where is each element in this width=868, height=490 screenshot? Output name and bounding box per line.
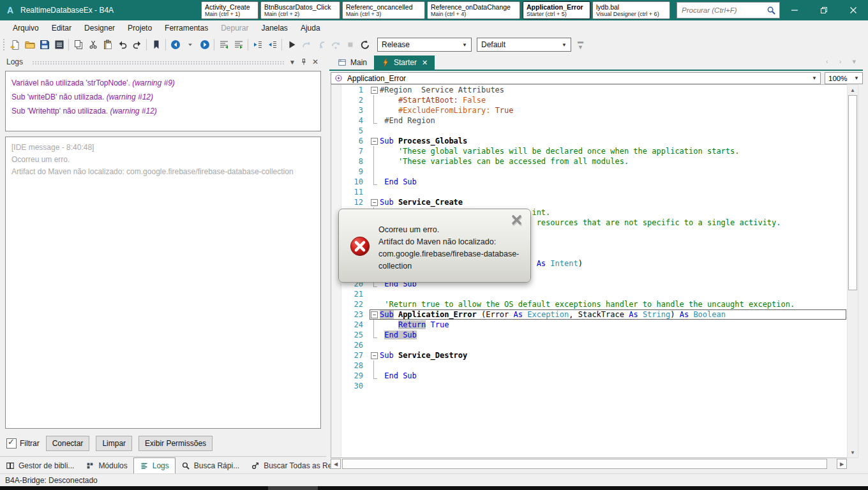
- device-config-dropdown[interactable]: Default ▼: [477, 38, 571, 52]
- bottom-tab-busca-r-pi[interactable]: Busca Rápi...: [176, 458, 245, 474]
- warning-line[interactable]: Variável não utilizada 'strTopNode'. (wa…: [11, 76, 315, 90]
- caret-down-icon[interactable]: [183, 38, 197, 52]
- ide-messages-list[interactable]: [IDE message - 8:40:48]Ocorreu um erro.A…: [5, 137, 321, 429]
- export-icon[interactable]: [52, 38, 66, 52]
- bookmark-icon[interactable]: [149, 38, 163, 52]
- quick-tab-title: Reference_onDataChange: [431, 3, 516, 11]
- ide-message-line[interactable]: Ocorreu um erro.: [11, 154, 315, 166]
- fold-collapse-icon[interactable]: −: [370, 85, 380, 95]
- menu-item-editar[interactable]: Editar: [45, 21, 78, 35]
- scroll-right-icon[interactable]: ▶: [837, 459, 847, 469]
- editor-tab-starter[interactable]: Starter✕: [374, 56, 435, 70]
- outdent-icon[interactable]: [250, 38, 265, 52]
- cut-icon[interactable]: [86, 38, 100, 52]
- tab-close-icon[interactable]: ✕: [422, 59, 428, 66]
- menu-item-ajuda[interactable]: Ajuda: [294, 21, 327, 35]
- quick-tab-reference-ondatachange[interactable]: Reference_onDataChangeMain (ctrl + 4): [427, 1, 520, 19]
- bottom-tab-gestor-de-bibli[interactable]: Gestor de bibli...: [0, 458, 80, 474]
- fold-collapse-icon[interactable]: −: [370, 197, 380, 207]
- service-bolt-icon: [381, 58, 390, 67]
- toolbar-grip[interactable]: [3, 38, 6, 51]
- maximize-button[interactable]: [809, 0, 839, 20]
- bottom-tab-logs[interactable]: Logs: [133, 457, 176, 474]
- conectar-button[interactable]: Conectar: [46, 436, 90, 451]
- search-icon[interactable]: [767, 6, 776, 15]
- fold-collapse-icon[interactable]: −: [370, 136, 380, 146]
- warning-text: Variável não utilizada 'strTopNode'.: [11, 78, 132, 87]
- search-box[interactable]: [677, 2, 780, 19]
- close-button[interactable]: [839, 0, 868, 20]
- warnings-list[interactable]: Variável não utilizada 'strTopNode'. (wa…: [5, 71, 321, 131]
- code-text: #Region Service Attributes: [380, 85, 847, 95]
- code-text: Sub Application_Error (Error As Exceptio…: [380, 309, 847, 320]
- quick-tab-activity-create[interactable]: Activity_CreateMain (ctrl + 1): [201, 1, 258, 19]
- filter-checkbox[interactable]: ✓: [6, 438, 17, 449]
- horizontal-scrollbar[interactable]: ◀ ▶: [331, 458, 847, 470]
- scroll-left-icon[interactable]: ◀: [331, 459, 341, 469]
- tab-scroll-arrows[interactable]: ‹ › ▾: [826, 57, 860, 66]
- fold-collapse-icon[interactable]: −: [370, 350, 380, 360]
- fold-margin: [370, 156, 380, 167]
- minimize-button[interactable]: [780, 0, 809, 20]
- panel-drag-texture[interactable]: [32, 61, 285, 65]
- fold-margin: [370, 115, 380, 126]
- os-taskbar[interactable]: [0, 486, 868, 490]
- uncomment-icon[interactable]: [231, 38, 246, 52]
- build-config-dropdown[interactable]: Release ▼: [377, 38, 472, 52]
- quick-tab-lydb-bal[interactable]: lydb.balVisual Designer (ctrl + 6): [592, 1, 670, 19]
- scroll-up-icon[interactable]: ▲: [848, 85, 858, 95]
- nav-back-icon[interactable]: [168, 38, 183, 52]
- code-line: 28: [331, 360, 847, 371]
- scroll-down-icon[interactable]: ▼: [848, 447, 858, 457]
- vertical-scrollbar[interactable]: ▲ ▼: [847, 84, 858, 458]
- save-icon[interactable]: [37, 38, 52, 52]
- ide-message-line[interactable]: Artifact do Maven não localizado: com.go…: [11, 166, 315, 178]
- menu-item-arquivo[interactable]: Arquivo: [6, 21, 45, 35]
- quick-tab-referenc-oncancelled[interactable]: Referenc_oncancelledMain (ctrl + 3): [342, 1, 425, 19]
- toolbar-overflow-icon[interactable]: ▬▼: [578, 39, 583, 50]
- toolbar-separator: [165, 39, 166, 50]
- ide-message-line[interactable]: [IDE message - 8:40:48]: [11, 142, 315, 154]
- step-into-icon: [313, 38, 328, 52]
- line-number: 9: [331, 167, 370, 177]
- editor-tab-main[interactable]: Main: [331, 56, 374, 70]
- rebuild-icon[interactable]: [357, 38, 372, 52]
- open-folder-icon[interactable]: [22, 38, 37, 52]
- quick-tab-subtitle: Main (ctrl + 1): [205, 11, 255, 18]
- new-file-icon[interactable]: [8, 38, 22, 52]
- warning-line[interactable]: Sub 'writeDB' não utilizada. (warning #1…: [11, 90, 315, 104]
- code-text: [380, 381, 847, 391]
- vertical-scroll-thumb[interactable]: [848, 95, 857, 290]
- indent-icon[interactable]: [265, 38, 280, 52]
- panel-close-icon[interactable]: ✕: [310, 57, 320, 67]
- redo-icon[interactable]: [130, 38, 144, 52]
- menu-item-projeto[interactable]: Projeto: [121, 21, 158, 35]
- horizontal-scroll-thumb[interactable]: [342, 459, 827, 469]
- menu-item-designer[interactable]: Designer: [78, 21, 121, 35]
- logs-panel-header[interactable]: Logs ▼ ✕: [4, 56, 323, 69]
- comment-icon[interactable]: [216, 38, 231, 52]
- quick-tab-subtitle: Starter (ctrl + 5): [527, 11, 587, 18]
- menu-item-ferramentas[interactable]: Ferramentas: [158, 21, 214, 35]
- warning-line[interactable]: Sub 'Writehttp' não utilizada. (warning …: [11, 104, 315, 118]
- exibir-permiss-es-button[interactable]: Exibir Permissões: [138, 436, 213, 451]
- run-icon[interactable]: [284, 38, 299, 52]
- fold-collapse-icon[interactable]: −: [370, 309, 380, 320]
- limpar-button[interactable]: Limpar: [96, 436, 132, 451]
- undo-icon[interactable]: [115, 38, 130, 52]
- quick-tab-btnbuscardatos-click[interactable]: BtnBuscarDatos_ClickMain (ctrl + 2): [260, 1, 340, 19]
- pin-icon[interactable]: [299, 57, 309, 67]
- quick-tab-application-error[interactable]: Application_ErrorStarter (ctrl + 5): [523, 1, 590, 19]
- code-line: 22 'Return true to allow the OS default …: [331, 299, 847, 309]
- menu-item-depurar[interactable]: Depurar: [214, 21, 255, 35]
- search-input[interactable]: [680, 6, 767, 15]
- nav-forward-icon[interactable]: [197, 38, 212, 52]
- method-icon: [334, 74, 343, 82]
- menu-item-janelas[interactable]: Janelas: [255, 21, 294, 35]
- bottom-tab-m-dulos[interactable]: Módulos: [80, 458, 133, 474]
- copy-icon[interactable]: [71, 38, 86, 52]
- member-navigator-dropdown[interactable]: Application_Error ▼: [331, 72, 821, 84]
- panel-menu-icon[interactable]: ▼: [287, 57, 297, 67]
- paste-icon[interactable]: [100, 38, 115, 52]
- zoom-dropdown[interactable]: 100% ▼: [825, 72, 863, 84]
